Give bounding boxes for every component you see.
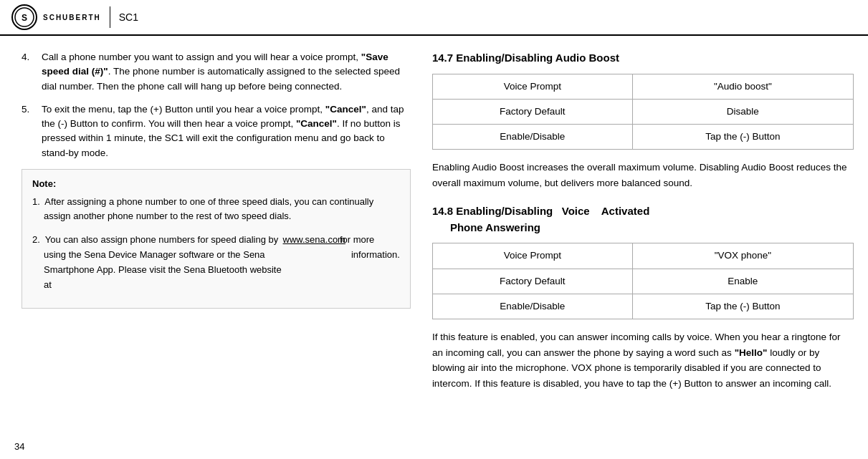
logo-icon: S xyxy=(11,4,37,30)
note-list: 1. After assigning a phone number to one… xyxy=(32,195,400,293)
section-14-8-title: 14.8 Enabling/Disabling Voice Activated … xyxy=(432,203,854,236)
table-row: Enable/Disable Tap the (-) Button xyxy=(432,294,853,319)
step-5: 5. To exit the menu, tap the (+) Button … xyxy=(22,102,411,160)
audio-boost-description: Enabling Audio Boost increases the overa… xyxy=(432,160,854,190)
cell-voice-prompt-label-2: Voice Prompt xyxy=(432,243,632,269)
cell-factory-default-value-2: Enable xyxy=(632,269,853,294)
cell-vox-phone-value: "VOX phone" xyxy=(632,243,853,269)
table-row: Enable/Disable Tap the (-) Button xyxy=(432,125,853,150)
vox-phone-description: If this feature is enabled, you can answ… xyxy=(432,329,854,391)
cell-audio-boost-value: "Audio boost" xyxy=(632,74,853,99)
right-column: 14.7 Enabling/Disabling Audio Boost Voic… xyxy=(432,50,854,405)
section-14-7-title: 14.7 Enabling/Disabling Audio Boost xyxy=(432,50,854,67)
page-footer: 34 xyxy=(14,441,24,452)
step-4: 4. Call a phone number you want to assig… xyxy=(22,50,411,94)
audio-boost-table: Voice Prompt "Audio boost" Factory Defau… xyxy=(432,74,854,150)
cell-voice-prompt-label: Voice Prompt xyxy=(432,74,632,99)
cell-factory-default-label-2: Factory Default xyxy=(432,269,632,294)
page-number: 34 xyxy=(14,441,24,452)
vox-phone-table: Voice Prompt "VOX phone" Factory Default… xyxy=(432,243,854,319)
cell-factory-default-value: Disable xyxy=(632,99,853,124)
cell-enable-disable-label-2: Enable/Disable xyxy=(432,294,632,319)
left-column: 4. Call a phone number you want to assig… xyxy=(22,50,411,405)
header-divider xyxy=(110,6,110,28)
table-row: Voice Prompt "VOX phone" xyxy=(432,243,853,269)
table-row: Voice Prompt "Audio boost" xyxy=(432,74,853,99)
table-row: Factory Default Disable xyxy=(432,99,853,124)
logo-container: S SCHUBERTH xyxy=(11,4,101,30)
page-header: S SCHUBERTH SC1 xyxy=(0,0,868,36)
cell-enable-disable-value-2: Tap the (-) Button xyxy=(632,294,853,319)
step-5-num: 5. xyxy=(22,102,36,160)
note-box: Note: 1. After assigning a phone number … xyxy=(22,169,411,309)
model-name: SC1 xyxy=(119,11,138,23)
table-row: Factory Default Enable xyxy=(432,269,853,294)
cell-enable-disable-label: Enable/Disable xyxy=(432,125,632,150)
brand-name: SCHUBERTH xyxy=(43,14,101,21)
note-item-1: 1. After assigning a phone number to one… xyxy=(32,195,400,225)
cell-factory-default-label: Factory Default xyxy=(432,99,632,124)
step-4-text: Call a phone number you want to assign a… xyxy=(42,50,411,94)
main-content: 4. Call a phone number you want to assig… xyxy=(0,36,868,419)
steps-list: 4. Call a phone number you want to assig… xyxy=(22,50,411,160)
cell-enable-disable-value: Tap the (-) Button xyxy=(632,125,853,150)
note-title: Note: xyxy=(32,177,400,192)
step-5-text: To exit the menu, tap the (+) Button unt… xyxy=(42,102,411,160)
svg-text:S: S xyxy=(22,13,27,23)
sena-link[interactable]: www.sena.com xyxy=(295,233,345,292)
note-item-2: 2. You can also assign phone numbers for… xyxy=(32,233,400,292)
step-4-num: 4. xyxy=(22,50,36,94)
